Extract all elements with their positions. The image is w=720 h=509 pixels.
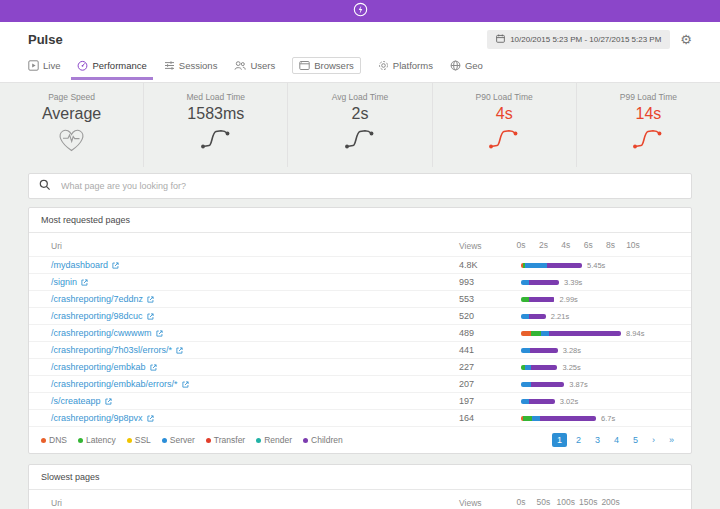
page-button-›[interactable]: › [647,433,660,447]
time-axis: 0s50s100s150s200s [521,497,679,508]
browsers-icon [299,60,310,71]
metric-page-speed: Page SpeedAverage [0,83,143,167]
uri-link[interactable]: /s/createapp [51,396,101,406]
bar-segment-children [529,399,555,404]
external-link-icon[interactable] [147,296,154,303]
page-button-5[interactable]: 5 [628,433,643,447]
sparkline-icon [433,125,576,156]
uri-link[interactable]: /crashreporting/7eddnz [51,294,143,304]
tab-browsers[interactable]: Browsers [292,57,361,74]
bar-segment-children [531,365,557,370]
uri-link[interactable]: /crashreporting/9p8pvx [51,413,143,423]
external-link-icon[interactable] [182,381,189,388]
legend-item-ssl[interactable]: SSL [127,435,151,445]
bar-segment-children [531,382,564,387]
legend-item-dns[interactable]: DNS [41,435,67,445]
metric-label: Avg Load Time [288,92,431,102]
page-button-3[interactable]: 3 [590,433,605,447]
legend-dot [78,438,83,443]
load-time-label: 3.02s [560,397,578,406]
external-link-icon[interactable] [105,398,112,405]
tab-sessions[interactable]: Sessions [164,60,218,71]
page-button-4[interactable]: 4 [609,433,624,447]
col-header-uri: Uri [41,498,459,508]
page-button-2[interactable]: 2 [571,433,586,447]
load-time-label: 3.25s [562,363,580,372]
external-link-icon[interactable] [147,313,154,320]
tab-geo[interactable]: Geo [450,60,483,71]
views-value: 227 [459,362,521,372]
uri-link[interactable]: /crashreporting/7h03sl/errors/* [51,345,172,355]
gear-icon[interactable]: ⚙ [680,33,692,46]
metric-value: Average [0,105,143,123]
tab-live[interactable]: Live [28,60,60,71]
load-time-label: 3.28s [563,346,581,355]
external-link-icon[interactable] [176,347,183,354]
metric-value: 4s [433,105,576,123]
panel-title: Slowest pages [29,465,691,490]
legend-item-children[interactable]: Children [303,435,343,445]
load-time-bar [521,399,555,404]
bar-segment-children [529,297,554,302]
legend-item-server[interactable]: Server [162,435,195,445]
bar-segment-server [541,331,549,336]
tab-users[interactable]: Users [234,60,275,71]
page-button-1[interactable]: 1 [552,433,567,447]
tab-platforms[interactable]: Platforms [378,60,433,71]
panel-slowest-pages: Slowest pagesUriViews0s50s100s150s200s/c… [28,464,692,509]
geo-icon [450,60,461,71]
legend-dot [303,438,308,443]
panel-title: Most requested pages [29,208,691,233]
uri-link[interactable]: /mydashboard [51,260,108,270]
load-time-bar [521,263,582,268]
legend-item-transfer[interactable]: Transfer [206,435,245,445]
uri-link[interactable]: /signin [51,277,77,287]
axis-tick: 0s [517,497,526,507]
external-link-icon[interactable] [81,279,88,286]
axis-tick: 6s [584,240,593,250]
axis-tick: 8s [606,240,615,250]
tab-label: Sessions [179,60,218,71]
table-header: UriViews0s50s100s150s200s [29,490,691,509]
legend-item-render[interactable]: Render [256,435,292,445]
metric-label: Page Speed [0,92,143,102]
uri-link[interactable]: /crashreporting/cwwwwm [51,328,152,338]
bar-segment-server [525,263,547,268]
views-value: 993 [459,277,521,287]
metric-label: P99 Load Time [577,92,720,102]
uri-link[interactable]: /crashreporting/98dcuc [51,311,143,321]
load-time-label: 6.7s [601,414,615,423]
uri-link[interactable]: /crashreporting/embkab/errors/* [51,379,178,389]
bar-segment-children [530,348,558,353]
bar-segment-children [547,263,582,268]
load-time-bar [521,382,564,387]
legend-item-latency[interactable]: Latency [78,435,116,445]
page-button-»[interactable]: » [664,433,679,447]
tab-label: Performance [92,60,146,71]
lightning-bolt-icon [353,2,368,21]
axis-tick: 50s [537,497,551,507]
views-value: 4.8K [459,260,521,270]
external-link-icon[interactable] [147,415,154,422]
legend-dot [41,438,46,443]
tab-bar: LivePerformanceSessionsUsersBrowsersPlat… [28,57,692,82]
external-link-icon[interactable] [112,262,119,269]
uri-link[interactable]: /crashreporting/embkab [51,362,146,372]
date-range-picker[interactable]: 10/20/2015 5:23 PM - 10/27/2015 5:23 PM [487,30,670,49]
col-header-uri: Uri [41,241,459,251]
tab-label: Browsers [314,60,354,71]
time-axis: 0s2s4s6s8s10s [521,240,679,251]
tab-performance[interactable]: Performance [77,60,146,71]
legend: DNSLatencySSLServerTransferRenderChildre… [41,435,343,445]
search-bar [28,173,692,199]
legend-dot [162,438,167,443]
load-time-bar [521,416,596,421]
external-link-icon[interactable] [150,364,157,371]
views-value: 489 [459,328,521,338]
external-link-icon[interactable] [156,330,163,337]
search-input[interactable] [59,180,681,192]
views-value: 441 [459,345,521,355]
page-title: Pulse [28,32,63,47]
table-row: /crashreporting/embkab2273.25s [29,358,691,375]
table-row: /crashreporting/7h03sl/errors/*4413.28s [29,341,691,358]
